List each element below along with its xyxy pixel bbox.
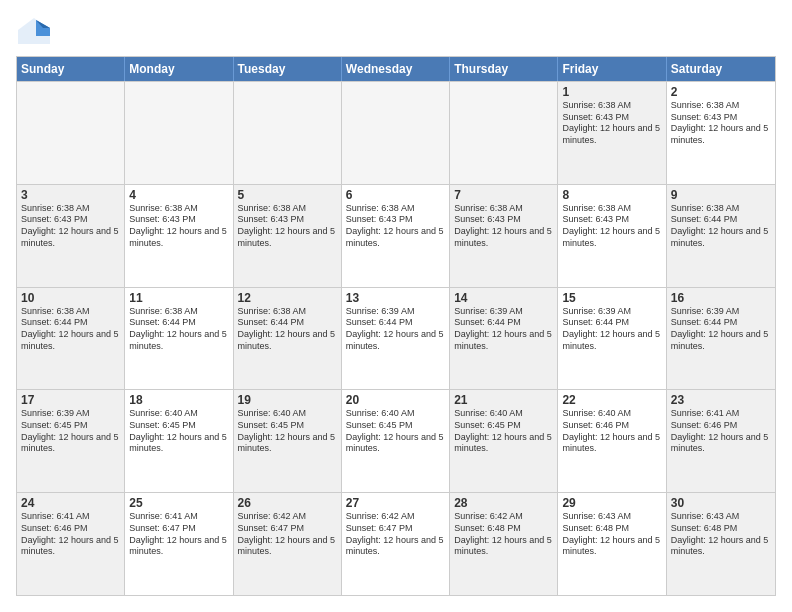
day-info: Sunrise: 6:38 AM Sunset: 6:44 PM Dayligh…: [129, 306, 228, 353]
day-info: Sunrise: 6:38 AM Sunset: 6:43 PM Dayligh…: [346, 203, 445, 250]
day-info: Sunrise: 6:38 AM Sunset: 6:43 PM Dayligh…: [454, 203, 553, 250]
day-number: 26: [238, 496, 337, 510]
day-number: 7: [454, 188, 553, 202]
logo-icon: [16, 16, 52, 46]
calendar-cell: 20Sunrise: 6:40 AM Sunset: 6:45 PM Dayli…: [342, 390, 450, 492]
header-day-monday: Monday: [125, 57, 233, 81]
day-info: Sunrise: 6:39 AM Sunset: 6:44 PM Dayligh…: [454, 306, 553, 353]
calendar-week-0: 1Sunrise: 6:38 AM Sunset: 6:43 PM Daylig…: [17, 81, 775, 184]
calendar-cell: 21Sunrise: 6:40 AM Sunset: 6:45 PM Dayli…: [450, 390, 558, 492]
day-info: Sunrise: 6:40 AM Sunset: 6:45 PM Dayligh…: [238, 408, 337, 455]
calendar-cell: 14Sunrise: 6:39 AM Sunset: 6:44 PM Dayli…: [450, 288, 558, 390]
calendar-cell: 25Sunrise: 6:41 AM Sunset: 6:47 PM Dayli…: [125, 493, 233, 595]
day-info: Sunrise: 6:40 AM Sunset: 6:46 PM Dayligh…: [562, 408, 661, 455]
calendar-cell: 4Sunrise: 6:38 AM Sunset: 6:43 PM Daylig…: [125, 185, 233, 287]
day-info: Sunrise: 6:39 AM Sunset: 6:44 PM Dayligh…: [562, 306, 661, 353]
day-number: 20: [346, 393, 445, 407]
day-info: Sunrise: 6:43 AM Sunset: 6:48 PM Dayligh…: [562, 511, 661, 558]
header: [16, 16, 776, 46]
day-info: Sunrise: 6:39 AM Sunset: 6:45 PM Dayligh…: [21, 408, 120, 455]
day-info: Sunrise: 6:38 AM Sunset: 6:44 PM Dayligh…: [671, 203, 771, 250]
day-number: 15: [562, 291, 661, 305]
calendar-cell: 26Sunrise: 6:42 AM Sunset: 6:47 PM Dayli…: [234, 493, 342, 595]
calendar-cell: 13Sunrise: 6:39 AM Sunset: 6:44 PM Dayli…: [342, 288, 450, 390]
day-info: Sunrise: 6:39 AM Sunset: 6:44 PM Dayligh…: [671, 306, 771, 353]
day-number: 28: [454, 496, 553, 510]
day-number: 1: [562, 85, 661, 99]
page: SundayMondayTuesdayWednesdayThursdayFrid…: [0, 0, 792, 612]
day-number: 8: [562, 188, 661, 202]
calendar-cell: 19Sunrise: 6:40 AM Sunset: 6:45 PM Dayli…: [234, 390, 342, 492]
calendar-header: SundayMondayTuesdayWednesdayThursdayFrid…: [17, 57, 775, 81]
day-number: 22: [562, 393, 661, 407]
calendar-week-3: 17Sunrise: 6:39 AM Sunset: 6:45 PM Dayli…: [17, 389, 775, 492]
calendar-cell: 29Sunrise: 6:43 AM Sunset: 6:48 PM Dayli…: [558, 493, 666, 595]
day-info: Sunrise: 6:38 AM Sunset: 6:43 PM Dayligh…: [562, 100, 661, 147]
day-number: 2: [671, 85, 771, 99]
day-number: 25: [129, 496, 228, 510]
calendar: SundayMondayTuesdayWednesdayThursdayFrid…: [16, 56, 776, 596]
day-number: 27: [346, 496, 445, 510]
header-day-sunday: Sunday: [17, 57, 125, 81]
day-info: Sunrise: 6:38 AM Sunset: 6:44 PM Dayligh…: [21, 306, 120, 353]
calendar-cell: 10Sunrise: 6:38 AM Sunset: 6:44 PM Dayli…: [17, 288, 125, 390]
calendar-cell: 12Sunrise: 6:38 AM Sunset: 6:44 PM Dayli…: [234, 288, 342, 390]
day-info: Sunrise: 6:42 AM Sunset: 6:48 PM Dayligh…: [454, 511, 553, 558]
day-info: Sunrise: 6:42 AM Sunset: 6:47 PM Dayligh…: [346, 511, 445, 558]
calendar-cell: 17Sunrise: 6:39 AM Sunset: 6:45 PM Dayli…: [17, 390, 125, 492]
header-day-tuesday: Tuesday: [234, 57, 342, 81]
day-number: 19: [238, 393, 337, 407]
calendar-cell: 2Sunrise: 6:38 AM Sunset: 6:43 PM Daylig…: [667, 82, 775, 184]
day-info: Sunrise: 6:38 AM Sunset: 6:43 PM Dayligh…: [562, 203, 661, 250]
day-number: 16: [671, 291, 771, 305]
day-info: Sunrise: 6:38 AM Sunset: 6:44 PM Dayligh…: [238, 306, 337, 353]
day-info: Sunrise: 6:43 AM Sunset: 6:48 PM Dayligh…: [671, 511, 771, 558]
calendar-week-4: 24Sunrise: 6:41 AM Sunset: 6:46 PM Dayli…: [17, 492, 775, 595]
calendar-cell: 24Sunrise: 6:41 AM Sunset: 6:46 PM Dayli…: [17, 493, 125, 595]
day-info: Sunrise: 6:42 AM Sunset: 6:47 PM Dayligh…: [238, 511, 337, 558]
calendar-cell: [450, 82, 558, 184]
header-day-saturday: Saturday: [667, 57, 775, 81]
day-number: 14: [454, 291, 553, 305]
day-info: Sunrise: 6:39 AM Sunset: 6:44 PM Dayligh…: [346, 306, 445, 353]
calendar-cell: 30Sunrise: 6:43 AM Sunset: 6:48 PM Dayli…: [667, 493, 775, 595]
calendar-cell: 27Sunrise: 6:42 AM Sunset: 6:47 PM Dayli…: [342, 493, 450, 595]
day-info: Sunrise: 6:38 AM Sunset: 6:43 PM Dayligh…: [238, 203, 337, 250]
day-number: 4: [129, 188, 228, 202]
calendar-cell: [342, 82, 450, 184]
calendar-cell: 1Sunrise: 6:38 AM Sunset: 6:43 PM Daylig…: [558, 82, 666, 184]
calendar-cell: 7Sunrise: 6:38 AM Sunset: 6:43 PM Daylig…: [450, 185, 558, 287]
day-number: 9: [671, 188, 771, 202]
logo: [16, 16, 56, 46]
day-info: Sunrise: 6:38 AM Sunset: 6:43 PM Dayligh…: [21, 203, 120, 250]
calendar-cell: 3Sunrise: 6:38 AM Sunset: 6:43 PM Daylig…: [17, 185, 125, 287]
day-info: Sunrise: 6:40 AM Sunset: 6:45 PM Dayligh…: [346, 408, 445, 455]
calendar-cell: 9Sunrise: 6:38 AM Sunset: 6:44 PM Daylig…: [667, 185, 775, 287]
day-number: 17: [21, 393, 120, 407]
day-info: Sunrise: 6:38 AM Sunset: 6:43 PM Dayligh…: [129, 203, 228, 250]
day-number: 18: [129, 393, 228, 407]
calendar-cell: [234, 82, 342, 184]
day-number: 24: [21, 496, 120, 510]
day-info: Sunrise: 6:41 AM Sunset: 6:46 PM Dayligh…: [21, 511, 120, 558]
calendar-week-2: 10Sunrise: 6:38 AM Sunset: 6:44 PM Dayli…: [17, 287, 775, 390]
calendar-cell: 5Sunrise: 6:38 AM Sunset: 6:43 PM Daylig…: [234, 185, 342, 287]
day-number: 23: [671, 393, 771, 407]
calendar-cell: 23Sunrise: 6:41 AM Sunset: 6:46 PM Dayli…: [667, 390, 775, 492]
day-number: 13: [346, 291, 445, 305]
calendar-cell: 11Sunrise: 6:38 AM Sunset: 6:44 PM Dayli…: [125, 288, 233, 390]
day-info: Sunrise: 6:41 AM Sunset: 6:46 PM Dayligh…: [671, 408, 771, 455]
day-number: 29: [562, 496, 661, 510]
calendar-cell: 6Sunrise: 6:38 AM Sunset: 6:43 PM Daylig…: [342, 185, 450, 287]
day-number: 5: [238, 188, 337, 202]
header-day-wednesday: Wednesday: [342, 57, 450, 81]
calendar-cell: [17, 82, 125, 184]
calendar-cell: 16Sunrise: 6:39 AM Sunset: 6:44 PM Dayli…: [667, 288, 775, 390]
day-info: Sunrise: 6:41 AM Sunset: 6:47 PM Dayligh…: [129, 511, 228, 558]
day-number: 6: [346, 188, 445, 202]
day-number: 11: [129, 291, 228, 305]
calendar-cell: 18Sunrise: 6:40 AM Sunset: 6:45 PM Dayli…: [125, 390, 233, 492]
calendar-cell: [125, 82, 233, 184]
calendar-week-1: 3Sunrise: 6:38 AM Sunset: 6:43 PM Daylig…: [17, 184, 775, 287]
day-number: 21: [454, 393, 553, 407]
